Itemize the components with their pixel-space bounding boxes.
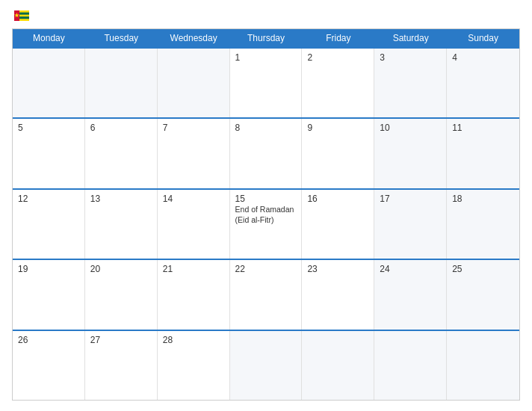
day-number: 23	[307, 264, 368, 274]
day-number: 19	[18, 264, 79, 274]
cal-cell-13: 13	[85, 190, 158, 259]
day-number: 2	[307, 52, 368, 63]
cal-header-thursday: Thursday	[230, 29, 303, 47]
cal-cell-empty	[158, 49, 230, 117]
cal-cell-10: 10	[374, 119, 447, 188]
cal-cell-6: 6	[85, 119, 158, 188]
calendar-grid: MondayTuesdayWednesdayThursdayFridaySatu…	[12, 28, 520, 401]
calendar-week-5: 262728	[13, 330, 519, 400]
cal-header-sunday: Sunday	[447, 29, 519, 47]
day-number: 8	[235, 123, 297, 133]
calendar-week-3: 12131415End of Ramadan(Eid al-Fitr)16171…	[13, 188, 519, 259]
day-number: 22	[235, 264, 297, 274]
day-number: 6	[90, 123, 152, 133]
cal-cell-1: 1	[230, 49, 303, 117]
cal-cell-18: 18	[447, 190, 519, 259]
day-number: 28	[163, 335, 224, 345]
day-number: 16	[307, 194, 368, 204]
cal-cell-3: 3	[374, 49, 447, 117]
calendar-header: MondayTuesdayWednesdayThursdayFridaySatu…	[13, 29, 519, 47]
cal-cell-14: 14	[158, 190, 230, 259]
day-number: 9	[307, 123, 368, 133]
cal-header-saturday: Saturday	[374, 29, 447, 47]
cal-cell-25: 25	[447, 260, 519, 329]
cal-cell-empty	[13, 49, 85, 117]
cal-cell-9: 9	[302, 119, 374, 188]
cal-cell-7: 7	[158, 119, 230, 188]
cal-cell-12: 12	[13, 190, 85, 259]
calendar-page: MondayTuesdayWednesdayThursdayFridaySatu…	[0, 0, 532, 411]
day-number: 7	[163, 123, 224, 133]
cal-cell-empty	[85, 49, 158, 117]
cal-cell-16: 16	[302, 190, 374, 259]
day-number: 27	[90, 335, 152, 345]
cal-cell-empty	[302, 331, 374, 400]
day-number: 26	[18, 335, 79, 345]
day-number: 15	[235, 194, 297, 204]
cal-cell-24: 24	[374, 260, 447, 329]
cal-cell-15: 15End of Ramadan(Eid al-Fitr)	[230, 190, 303, 259]
cal-cell-17: 17	[374, 190, 447, 259]
flag-icon	[14, 10, 29, 21]
cal-cell-11: 11	[447, 119, 519, 188]
calendar-week-2: 567891011	[13, 117, 519, 188]
cal-cell-28: 28	[158, 331, 230, 400]
day-number: 25	[452, 264, 514, 274]
cal-cell-22: 22	[230, 260, 303, 329]
day-number: 14	[163, 194, 224, 204]
day-number: 4	[452, 52, 514, 63]
day-number: 13	[90, 194, 152, 204]
calendar-body: 123456789101112131415End of Ramadan(Eid …	[13, 47, 519, 400]
cal-cell-4: 4	[447, 49, 519, 117]
day-number: 1	[235, 52, 297, 63]
cal-cell-empty	[447, 331, 519, 400]
cal-cell-2: 2	[302, 49, 374, 117]
cal-cell-empty	[374, 331, 447, 400]
calendar-week-1: 1234	[13, 47, 519, 117]
cal-header-friday: Friday	[302, 29, 374, 47]
cal-header-tuesday: Tuesday	[85, 29, 158, 47]
cal-cell-empty	[230, 331, 303, 400]
day-number: 21	[163, 264, 224, 274]
day-number: 11	[452, 123, 514, 133]
day-number: 10	[380, 123, 441, 133]
cal-cell-20: 20	[85, 260, 158, 329]
cal-cell-26: 26	[13, 331, 85, 400]
day-number: 17	[380, 194, 441, 204]
day-number: 5	[18, 123, 79, 133]
cal-header-monday: Monday	[13, 29, 85, 47]
cal-cell-19: 19	[13, 260, 85, 329]
calendar-week-4: 19202122232425	[13, 259, 519, 329]
logo	[12, 10, 29, 21]
cal-cell-27: 27	[85, 331, 158, 400]
day-number: 24	[380, 264, 441, 274]
cal-header-wednesday: Wednesday	[158, 29, 230, 47]
day-number: 12	[18, 194, 79, 204]
cal-cell-5: 5	[13, 119, 85, 188]
event-label: End of Ramadan(Eid al-Fitr)	[235, 205, 294, 225]
day-number: 20	[90, 264, 152, 274]
cal-cell-8: 8	[230, 119, 303, 188]
cal-cell-21: 21	[158, 260, 230, 329]
cal-cell-23: 23	[302, 260, 374, 329]
day-number: 18	[452, 194, 514, 204]
header	[12, 10, 520, 21]
day-number: 3	[380, 52, 441, 63]
